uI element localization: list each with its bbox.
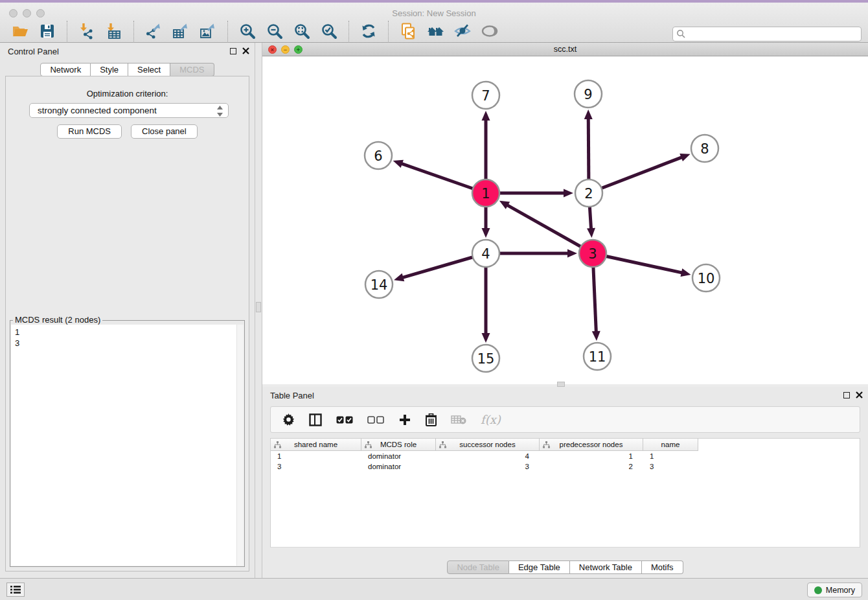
network-graph[interactable]: 7968124314101511 bbox=[262, 56, 868, 384]
table-cell: dominator bbox=[361, 452, 436, 463]
graph-node-label: 3 bbox=[588, 246, 597, 262]
zoom-out-icon[interactable] bbox=[265, 21, 284, 41]
refresh-view-icon[interactable] bbox=[359, 21, 378, 41]
toolbar-separator bbox=[348, 21, 349, 41]
network-window-titlebar: × − + scc.txt bbox=[262, 43, 868, 56]
split-view-icon[interactable] bbox=[309, 413, 322, 426]
graph-node-label: 1 bbox=[481, 186, 490, 202]
status-bar: Memory bbox=[0, 578, 868, 600]
zoom-in-icon[interactable] bbox=[238, 21, 257, 41]
control-panel-tabs: NetworkStyleSelectMCDS bbox=[0, 63, 255, 76]
mcds-panel: Optimization criterion: strongly connect… bbox=[5, 76, 249, 571]
splitter-grip[interactable] bbox=[256, 302, 261, 312]
window-title: Session: New Session bbox=[0, 8, 868, 18]
toolbar-separator bbox=[227, 21, 228, 41]
graph-node-label: 9 bbox=[584, 87, 592, 102]
save-session-icon[interactable] bbox=[38, 21, 57, 41]
result-scrollbar[interactable] bbox=[236, 325, 244, 566]
edge-arrowhead bbox=[587, 228, 595, 238]
close-panel-button[interactable]: Close panel bbox=[131, 124, 198, 139]
optimization-criterion-select[interactable]: strongly connected component bbox=[29, 103, 229, 118]
search-box bbox=[672, 27, 862, 41]
search-icon bbox=[676, 29, 686, 39]
column-header-name[interactable]: name bbox=[643, 439, 698, 451]
toolbar-separator bbox=[67, 21, 67, 41]
task-history-button[interactable] bbox=[6, 583, 25, 597]
network-canvas[interactable]: 7968124314101511 bbox=[262, 56, 868, 384]
close-panel-icon[interactable] bbox=[242, 47, 249, 54]
close-panel-icon[interactable] bbox=[856, 391, 863, 398]
import-network-icon[interactable] bbox=[77, 21, 97, 41]
splitter-grip[interactable] bbox=[557, 382, 565, 387]
memory-button[interactable]: Memory bbox=[807, 583, 862, 597]
search-input[interactable] bbox=[672, 27, 862, 41]
export-table-icon[interactable] bbox=[171, 21, 190, 41]
tab-node-table[interactable]: Node Table bbox=[447, 560, 509, 574]
float-panel-icon[interactable] bbox=[230, 48, 236, 54]
table-cell: 3 bbox=[271, 463, 361, 473]
hide-details-icon[interactable] bbox=[453, 21, 472, 41]
open-file-icon[interactable] bbox=[10, 21, 30, 41]
toolbar-separator bbox=[133, 21, 134, 41]
table-row[interactable]: 1dominator411 bbox=[271, 452, 698, 463]
table-cell: 1 bbox=[271, 452, 361, 463]
tab-network[interactable]: Network bbox=[40, 63, 91, 76]
graph-node-label: 11 bbox=[589, 349, 606, 365]
node-table: shared nameMCDS rolesuccessor nodesprede… bbox=[270, 438, 860, 548]
import-table-icon[interactable] bbox=[104, 21, 124, 41]
mcds-result-text[interactable]: 1 3 bbox=[11, 325, 244, 566]
export-network-icon[interactable] bbox=[144, 21, 163, 41]
control-panel-title: Control Panel bbox=[8, 47, 59, 56]
settings-icon[interactable] bbox=[282, 413, 295, 426]
edge-2-8[interactable] bbox=[589, 157, 682, 193]
optimization-criterion-label: Optimization criterion: bbox=[6, 89, 249, 98]
column-header-MCDS-role[interactable]: MCDS role bbox=[361, 439, 436, 451]
edge-arrowhead bbox=[564, 189, 573, 198]
graph-node-label: 8 bbox=[700, 141, 709, 157]
column-header-successor-nodes[interactable]: successor nodes bbox=[436, 439, 540, 451]
add-column-icon[interactable] bbox=[398, 413, 411, 426]
vertical-splitter[interactable] bbox=[255, 43, 262, 578]
toolbar-separator bbox=[388, 21, 389, 41]
edge-3-1[interactable] bbox=[507, 205, 593, 253]
select-all-icon[interactable] bbox=[336, 416, 353, 424]
mcds-result-title: MCDS result (2 nodes) bbox=[13, 315, 102, 325]
duplicate-network-icon[interactable] bbox=[398, 21, 418, 41]
edge-arrowhead bbox=[393, 160, 404, 168]
list-icon bbox=[10, 585, 21, 594]
tab-edge-table[interactable]: Edge Table bbox=[509, 560, 570, 574]
zoom-selected-icon[interactable] bbox=[319, 21, 339, 41]
network-view-window: × − + scc.txt 7968124314101511 bbox=[262, 43, 868, 384]
show-details-icon[interactable] bbox=[480, 21, 499, 41]
table-cell: 3 bbox=[643, 463, 698, 473]
function-builder-icon[interactable]: f(x) bbox=[481, 413, 501, 426]
mcds-result-box: MCDS result (2 nodes) 1 3 bbox=[10, 320, 245, 567]
tab-select[interactable]: Select bbox=[128, 63, 170, 76]
graph-node-label: 14 bbox=[371, 277, 388, 293]
edge-arrowhead bbox=[482, 333, 490, 343]
home-icon[interactable] bbox=[426, 21, 445, 41]
export-image-icon[interactable] bbox=[198, 21, 218, 41]
graph-node-label: 7 bbox=[481, 88, 490, 104]
table-row[interactable]: 3dominator323 bbox=[271, 463, 698, 473]
table-cell: 4 bbox=[436, 452, 540, 463]
deselect-all-icon[interactable] bbox=[367, 416, 384, 424]
float-panel-icon[interactable] bbox=[843, 392, 850, 398]
application-window: Session: New Session Control Panel Netwo… bbox=[0, 0, 868, 600]
delete-table-icon[interactable] bbox=[451, 415, 466, 424]
tab-network-table[interactable]: Network Table bbox=[570, 560, 642, 574]
graph-node-label: 2 bbox=[584, 186, 593, 202]
graph-node-label: 10 bbox=[698, 271, 715, 286]
table-cell: dominator bbox=[361, 463, 436, 473]
memory-status-icon bbox=[814, 586, 822, 594]
delete-column-icon[interactable] bbox=[426, 413, 437, 426]
column-header-predecessor-nodes[interactable]: predecessor nodes bbox=[540, 439, 643, 451]
control-panel: Control Panel NetworkStyleSelectMCDS Opt… bbox=[0, 43, 255, 578]
run-mcds-button[interactable]: Run MCDS bbox=[57, 124, 122, 139]
tab-motifs[interactable]: Motifs bbox=[642, 560, 683, 574]
column-header-shared-name[interactable]: shared name bbox=[271, 439, 361, 451]
table-tabs: Node TableEdge TableNetwork TableMotifs bbox=[262, 560, 868, 574]
tab-style[interactable]: Style bbox=[91, 63, 128, 76]
zoom-fit-icon[interactable] bbox=[292, 21, 312, 41]
tab-mcds[interactable]: MCDS bbox=[170, 63, 214, 76]
